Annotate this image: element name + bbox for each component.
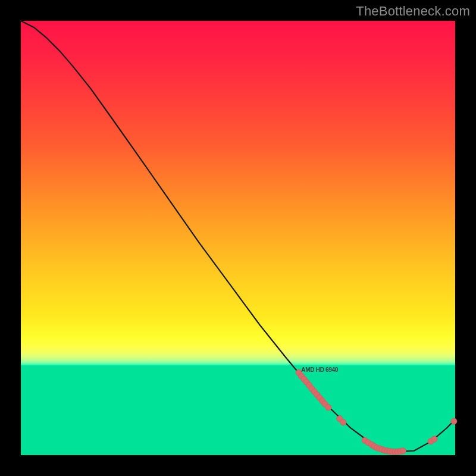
gpu-marker: [340, 419, 346, 425]
gpu-marker: [431, 436, 437, 442]
gpu-marker: [325, 405, 331, 411]
gpu-marker: [400, 448, 406, 454]
bottleneck-curve: [21, 21, 455, 452]
watermark-text: TheBottleneck.com: [356, 4, 470, 19]
curve-svg: [21, 21, 455, 455]
plot-area: AMD HD 6940: [21, 21, 455, 455]
gpu-annotation-label: AMD HD 6940: [301, 367, 338, 373]
chart-stage: TheBottleneck.com AMD HD 6940: [0, 0, 476, 476]
gpu-markers: [296, 369, 457, 455]
gpu-marker: [451, 418, 457, 424]
